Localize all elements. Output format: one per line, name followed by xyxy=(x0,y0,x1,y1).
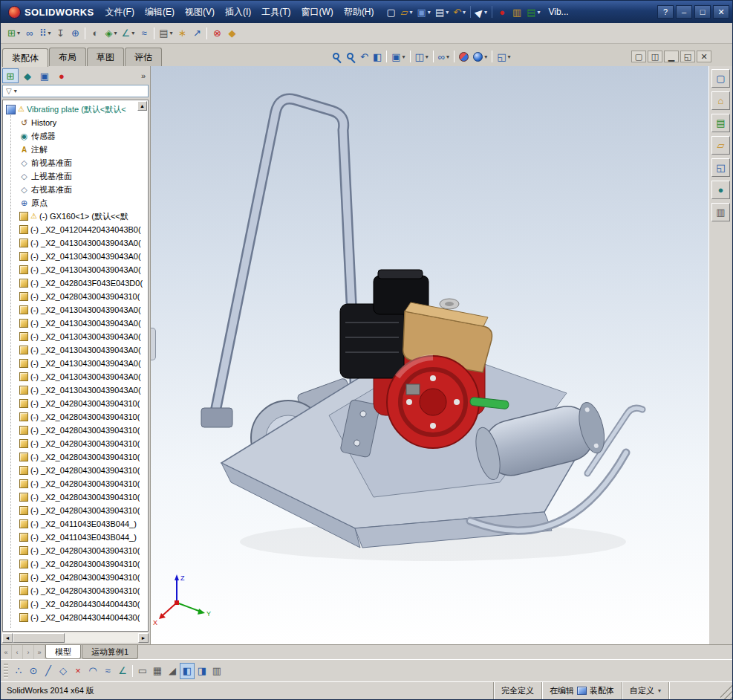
tree-item-component[interactable]: (-) _X2_0411043E043B044_) xyxy=(3,531,148,544)
taskpane-resources-icon[interactable]: ▢ xyxy=(711,69,730,88)
tree-item-component[interactable]: (-) _X2_04280430043904310( xyxy=(3,490,148,504)
tree-item-component[interactable]: (-) _X2_041204420434043B0( xyxy=(3,223,148,236)
doc-close-icon[interactable]: ✕ xyxy=(697,51,711,62)
taskpane-file-explorer-icon[interactable]: ▱ xyxy=(711,136,730,155)
tree-item-component[interactable]: (-) _X2_04280430043904310( xyxy=(3,290,148,303)
hide-show-items-icon[interactable]: ∞ ▾ xyxy=(436,49,452,64)
resize-grip[interactable] xyxy=(720,682,732,699)
close-button[interactable]: ✕ xyxy=(713,5,729,19)
apply-scene-icon[interactable]: ▾ xyxy=(471,49,489,64)
menu-item[interactable]: 编辑(E) xyxy=(140,3,180,22)
tabs-scroll-next[interactable]: › xyxy=(23,645,34,659)
bill-of-materials-icon[interactable]: ▤ ▾ xyxy=(157,25,175,42)
tree-item-component[interactable]: (-) _X2_041304300439043A0( xyxy=(3,250,148,263)
displaymanager-tab-icon[interactable]: ● xyxy=(53,68,70,83)
panel-overflow-chevron[interactable]: » xyxy=(138,71,149,80)
tree-horizontal-scrollbar[interactable]: ◄ ► xyxy=(2,632,149,643)
menu-item[interactable]: 帮助(H) xyxy=(339,3,379,22)
doc-minimize-icon[interactable]: ▁ xyxy=(664,51,679,62)
tree-item-component[interactable]: (-) _X2_04280430043904310( xyxy=(3,504,148,517)
tabs-scroll-last[interactable]: » xyxy=(34,645,45,659)
tabs-scroll-prev[interactable]: ‹ xyxy=(12,645,23,659)
tree-item[interactable]: ◇ 右视基准面 xyxy=(3,183,148,196)
tree-root-assembly[interactable]: ⚠ Vibrating plate (默认<默认< xyxy=(3,103,148,116)
tree-item-component[interactable]: (-) _X2_04280430043904310( xyxy=(3,450,148,464)
menu-item[interactable]: 视图(V) xyxy=(180,3,220,22)
move-component-icon[interactable]: ⊕ xyxy=(68,25,82,42)
command-tab[interactable]: 草图 xyxy=(87,48,124,66)
rapid-sketch-icon[interactable]: ▭ xyxy=(135,663,150,679)
file-properties-icon[interactable]: ▤ ▾ xyxy=(524,4,542,20)
document-tab[interactable]: 模型 xyxy=(45,645,81,659)
zoom-area-icon[interactable] xyxy=(344,49,358,64)
tree-item-component[interactable]: (-) _X2_04280443044004430( xyxy=(3,611,148,624)
toolbar-grip[interactable] xyxy=(4,664,8,678)
help-button[interactable]: ? xyxy=(657,5,674,19)
tree-item-component[interactable]: (-) _X2_04280430043904310( xyxy=(3,424,148,437)
rebuild-icon[interactable]: ● xyxy=(495,4,509,20)
instant3d-icon[interactable]: ◆ xyxy=(224,25,239,42)
sketch-trim-icon[interactable]: × xyxy=(71,663,85,679)
taskpane-view-palette-icon[interactable]: ◱ xyxy=(711,158,730,177)
tree-item-component[interactable]: (-) _X2_04280430043904310( xyxy=(3,464,148,477)
document-tab[interactable]: 运动算例1 xyxy=(82,645,138,659)
sketch-spline-icon[interactable]: ≈ xyxy=(100,663,115,679)
propertymanager-tab-icon[interactable]: ◆ xyxy=(19,68,36,83)
tree-item-component[interactable]: (-) _X2_04280430043904310( xyxy=(3,437,148,450)
menu-item[interactable]: 文件(F) xyxy=(100,3,140,22)
sketch-section-icon[interactable]: ◨ xyxy=(195,663,209,679)
viewport-split-icon[interactable]: ◫ xyxy=(648,51,662,62)
view-orientation-icon[interactable]: ▣ ▾ xyxy=(389,49,407,64)
shaded-sketch-icon[interactable]: ◧ xyxy=(180,663,195,679)
tree-item[interactable]: ⊕ 原点 xyxy=(3,196,148,210)
new-document-icon[interactable]: ▢ xyxy=(384,4,399,20)
command-tab[interactable]: 评估 xyxy=(125,48,162,66)
doc-restore-icon[interactable]: ◱ xyxy=(680,51,695,62)
explode-line-sketch-icon[interactable]: ↗ xyxy=(189,25,204,42)
panel-splitter-handle[interactable] xyxy=(151,328,156,360)
status-custom-dropdown[interactable]: 自定义 ▾ xyxy=(622,682,668,699)
save-icon[interactable]: ▣ ▾ xyxy=(415,4,433,20)
assembly-features-icon[interactable]: ◈ ▾ xyxy=(102,25,119,42)
tree-item-component[interactable]: (-) _X2_04280430043904310( xyxy=(3,410,148,424)
model-3d-view[interactable]: Z X Y xyxy=(151,66,708,644)
viewport-single-icon[interactable]: ▢ xyxy=(631,51,646,62)
filter-dropdown[interactable]: ▽ ▾ xyxy=(2,85,149,97)
smart-dimension-icon[interactable]: ∠ xyxy=(115,663,130,679)
tree-item-component[interactable]: (-) _X2_041304300439043A0( xyxy=(3,263,148,276)
smart-fasteners-icon[interactable]: ↧ xyxy=(53,25,68,42)
tree-item-component[interactable]: ⚠ (-) GX160<1> (默认<<默 xyxy=(3,210,148,223)
print-icon[interactable]: ▤ ▾ xyxy=(433,4,451,20)
mate-icon[interactable]: ∞ xyxy=(22,25,37,42)
tree-item-component[interactable]: (-) _X2_041304300439043A0( xyxy=(3,330,148,343)
maximize-button[interactable]: □ xyxy=(694,5,711,19)
taskpane-custom-properties-icon[interactable]: ▥ xyxy=(711,203,730,221)
tree-item-component[interactable]: (-) _X2_04280430043904310( xyxy=(3,477,148,490)
tree-item-component[interactable]: (-) _X2_04280430043904310( xyxy=(3,571,148,584)
edit-appearance-icon[interactable] xyxy=(457,49,471,64)
featuremanager-tab-icon[interactable]: ⊞ xyxy=(2,68,19,83)
command-tab[interactable]: 装配体 xyxy=(2,48,48,67)
tree-item-component[interactable]: (-) _X2_041304300439043A0( xyxy=(3,357,148,370)
view-settings-icon[interactable]: ◱ ▾ xyxy=(495,49,512,64)
sketch-point-icon[interactable]: ∴ xyxy=(11,663,26,679)
taskpane-appearances-icon[interactable]: ● xyxy=(711,181,730,199)
tabs-scroll-first[interactable]: « xyxy=(1,645,12,659)
tree-scroll-up-button[interactable]: ▲ xyxy=(137,101,147,111)
command-tab[interactable]: 布局 xyxy=(49,48,86,66)
linear-component-pattern-icon[interactable]: ⠿ ▾ xyxy=(37,25,53,42)
tree-item-component[interactable]: (-) _X2_041304300439043A0( xyxy=(3,303,148,317)
display-style-icon[interactable]: ◫ ▾ xyxy=(413,49,431,64)
tree-item-component[interactable]: (-) _X2_041304300439043A0( xyxy=(3,383,148,397)
menu-item[interactable]: 插入(I) xyxy=(220,3,256,22)
tree-item-component[interactable]: (-) _X2_041304300439043A0( xyxy=(3,317,148,330)
taskpane-design-library-icon[interactable]: ▤ xyxy=(711,114,730,132)
sketch-polygon-icon[interactable]: ◇ xyxy=(56,663,71,679)
tree-item-component[interactable]: (-) _X2_04280430043904310( xyxy=(3,584,148,597)
minimize-button[interactable]: – xyxy=(676,5,692,19)
taskpane-home-icon[interactable]: ⌂ xyxy=(711,91,730,110)
sketch-circle-icon[interactable]: ⊙ xyxy=(26,663,41,679)
graphics-viewport[interactable]: Z X Y xyxy=(151,66,708,644)
tree-item[interactable]: ↺ History xyxy=(3,116,148,129)
tree-item-component[interactable]: (-) _X2_041304300439043A0( xyxy=(3,236,148,250)
